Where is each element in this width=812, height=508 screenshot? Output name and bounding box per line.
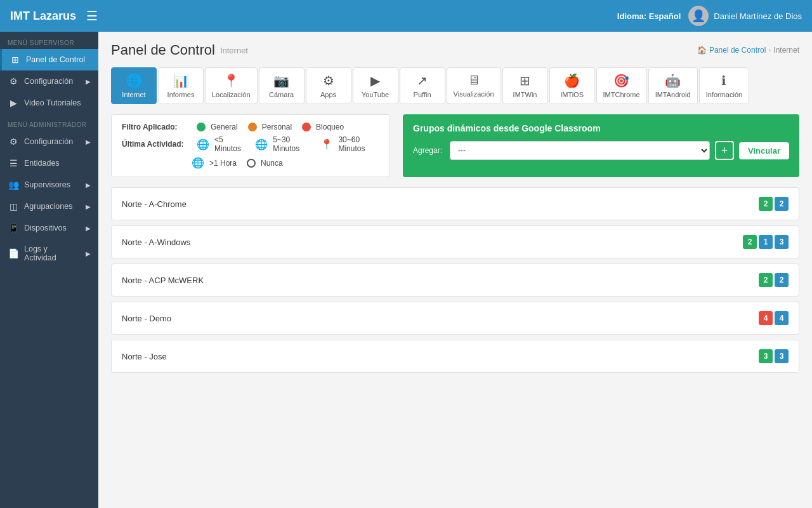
tab-internet-label: Internet	[122, 91, 145, 98]
sidebar-label-config-sup: Configuración	[24, 77, 73, 86]
page-header-left: Panel de Control Internet	[111, 42, 248, 58]
tab-imtchrome[interactable]: 🎯 IMTChrome	[596, 67, 647, 104]
sidebar-item-dispositivos[interactable]: 📱 Dispositivos ▶	[0, 217, 98, 239]
group-name: Norte - A-Chrome	[122, 199, 187, 209]
hamburger-menu[interactable]: ☰	[86, 8, 98, 23]
sidebar-label-agrupaciones: Agrupaciones	[24, 202, 72, 211]
sidebar-label-logs: Logs y Actividad	[24, 244, 81, 262]
avatar-icon: 👤	[691, 9, 705, 23]
tab-imtchrome-label: IMTChrome	[603, 91, 640, 98]
tab-imtwin[interactable]: ⊞ IMTWin	[502, 67, 548, 104]
sidebar-label-video: Video Tutoriales	[24, 98, 81, 107]
chevron-icon-3: ▶	[86, 182, 91, 189]
page-subtitle: Internet	[220, 46, 248, 55]
breadcrumb-link-panel[interactable]: Panel de Control	[709, 46, 766, 55]
tab-informes[interactable]: 📊 Informes	[158, 67, 204, 104]
sidebar-item-supervisores[interactable]: 👥 Supervisores ▶	[0, 174, 98, 196]
sidebar-label-supervisores: Supervisores	[24, 180, 70, 189]
entidades-icon: ☰	[8, 158, 19, 168]
tab-imtios-label: IMTiOS	[560, 91, 584, 98]
group-row[interactable]: Norte - Jose 3 3	[111, 340, 799, 373]
breadcrumb-icon: 🏠	[697, 46, 707, 55]
globe-1h-icon: 🌐	[192, 157, 204, 169]
filter-applied-label: Filtro Aplicado:	[122, 123, 192, 131]
video-icon: ▶	[8, 98, 19, 108]
sidebar-item-configuracion-sup[interactable]: ⚙ Configuración ▶	[0, 70, 98, 92]
tab-informes-icon: 📊	[173, 73, 189, 88]
group-badges: 2 1 3	[743, 235, 789, 249]
tab-puffin[interactable]: ↗ Puffin	[400, 67, 445, 104]
chevron-icon-6: ▶	[86, 250, 91, 257]
tab-imtwin-icon: ⊞	[520, 73, 530, 88]
tab-camara[interactable]: 📷 Cámara	[259, 67, 304, 104]
tab-youtube[interactable]: ▶ YouTube	[353, 67, 398, 104]
user-menu[interactable]: 👤 Daniel Martínez de Dios	[688, 6, 802, 26]
tab-youtube-label: YouTube	[362, 91, 389, 98]
sidebar-label-config-adm: Configuración	[24, 137, 73, 146]
filter-30min-label: 5~30 Minutos	[273, 135, 310, 153]
tab-imtandroid-icon: 🤖	[665, 73, 681, 88]
navbar-right: Idioma: Español 👤 Daniel Martínez de Dio…	[617, 6, 802, 26]
filter-general-label: General	[211, 123, 238, 131]
badge-green: 2	[743, 235, 757, 249]
classroom-title: Grupos dinámicos desde Google Classroom	[413, 123, 789, 133]
badge-green: 3	[759, 349, 773, 363]
tab-localizacion-label: Localización	[212, 91, 251, 98]
filter-applied-row: Filtro Aplicado: General Personal Bloque…	[122, 123, 379, 131]
supervisores-icon: 👥	[8, 180, 19, 190]
agrupaciones-icon: ◫	[8, 201, 19, 211]
classroom-select[interactable]: ---	[450, 141, 710, 160]
sidebar-label-dispositivos: Dispositivos	[24, 224, 67, 232]
tab-imtandroid[interactable]: 🤖 IMTAndroid	[648, 67, 698, 104]
tab-internet[interactable]: 🌐 Internet	[111, 67, 157, 104]
tab-imtios[interactable]: 🍎 IMTiOS	[549, 67, 595, 104]
tab-internet-icon: 🌐	[126, 73, 142, 88]
tab-youtube-icon: ▶	[370, 73, 380, 88]
classroom-add-button[interactable]: +	[715, 141, 734, 160]
dot-nunca	[247, 159, 256, 168]
globe-5min-icon: 🌐	[197, 138, 209, 150]
sidebar-item-configuracion-adm[interactable]: ⚙ Configuración ▶	[0, 131, 98, 152]
tab-visualizacion-icon: 🖥	[468, 73, 480, 88]
sidebar-item-agrupaciones[interactable]: ◫ Agrupaciones ▶	[0, 196, 98, 217]
tab-camara-label: Cámara	[269, 91, 294, 98]
group-row[interactable]: Norte - ACP McWERK 2 2	[111, 264, 799, 297]
tab-informacion-label: Información	[706, 91, 742, 98]
lang-value: Español	[649, 11, 681, 21]
filter-activity-row: Última Actividad: 🌐 <5 Minutos 🌐 5~30 Mi…	[122, 135, 379, 153]
breadcrumb: 🏠 Panel de Control › Internet	[697, 46, 799, 55]
sidebar-item-video-tutoriales[interactable]: ▶ Video Tutoriales	[0, 92, 98, 114]
filter-bloqueo-label: Bloqueo	[316, 123, 344, 131]
filter-activity-label: Última Actividad:	[122, 140, 192, 149]
group-row[interactable]: Norte - Demo 4 4	[111, 302, 799, 335]
chevron-icon: ▶	[86, 78, 91, 85]
sidebar-item-panel-control[interactable]: ⊞ Panel de Control	[0, 49, 98, 70]
tab-puffin-icon: ↗	[417, 73, 428, 88]
language-selector[interactable]: Idioma: Español	[617, 11, 681, 21]
group-name: Norte - ACP McWERK	[122, 276, 204, 285]
user-name: Daniel Martínez de Dios	[714, 11, 802, 21]
tab-visualizacion[interactable]: 🖥 Visualización	[447, 67, 501, 104]
classroom-link-button[interactable]: Vincular	[739, 142, 789, 159]
dispositivos-icon: 📱	[8, 223, 19, 233]
sidebar-section-admin: MENÚ ADMINISTRADOR	[0, 114, 98, 131]
classroom-agregar-label: Agregar:	[413, 146, 442, 155]
sidebar-label-entidades: Entidades	[24, 159, 60, 168]
group-row[interactable]: Norte - A-Windows 2 1 3	[111, 225, 799, 258]
sidebar-item-entidades[interactable]: ☰ Entidades	[0, 152, 98, 174]
logs-icon: 📄	[8, 248, 19, 258]
tab-apps[interactable]: ⚙ Apps	[306, 67, 351, 104]
sidebar-label-panel-control: Panel de Control	[26, 55, 85, 64]
group-badges: 2 2	[759, 273, 789, 287]
filter-nunca-label: Nunca	[261, 159, 283, 168]
tab-apps-icon: ⚙	[323, 73, 334, 88]
sidebar: MENÚ SUPERVISOR ⊞ Panel de Control ⚙ Con…	[0, 32, 98, 508]
tab-informes-label: Informes	[167, 91, 195, 98]
top-navbar: IMT Lazarus ☰ Idioma: Español 👤 Daniel M…	[0, 0, 812, 32]
sidebar-section-supervisor: MENÚ SUPERVISOR	[0, 32, 98, 49]
tab-imtchrome-icon: 🎯	[613, 73, 629, 88]
group-row[interactable]: Norte - A-Chrome 2 2	[111, 187, 799, 220]
sidebar-item-logs[interactable]: 📄 Logs y Actividad ▶	[0, 239, 98, 268]
tab-localizacion[interactable]: 📍 Localización	[205, 67, 258, 104]
tab-informacion[interactable]: ℹ Información	[699, 67, 749, 104]
